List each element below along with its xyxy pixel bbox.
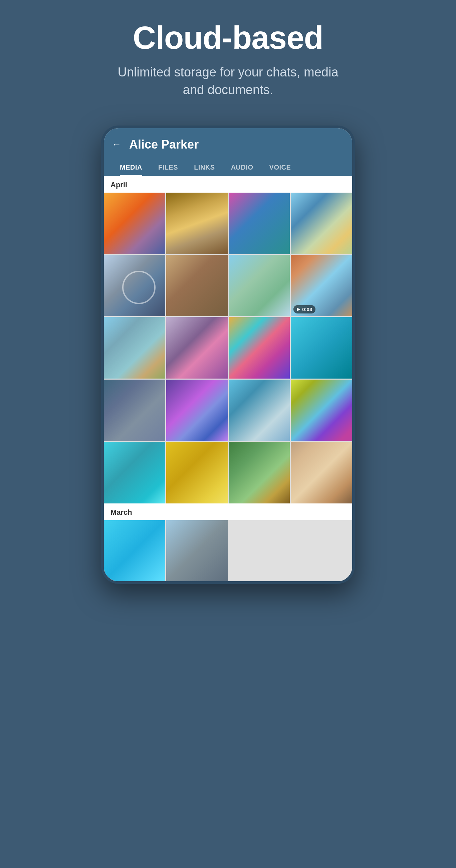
list-item[interactable]	[229, 317, 290, 379]
list-item[interactable]	[104, 520, 165, 582]
month-label-april: April	[104, 176, 352, 193]
phone-mockup: ← Alice Parker MEDIA FILES LINKS AUDIO V…	[101, 126, 355, 584]
list-item[interactable]	[229, 380, 290, 441]
march-photo-grid	[104, 520, 352, 582]
list-item[interactable]	[291, 380, 352, 441]
media-tabs: MEDIA FILES LINKS AUDIO VOICE	[112, 160, 344, 176]
list-item[interactable]	[166, 193, 228, 254]
list-item[interactable]	[229, 255, 290, 316]
tab-voice[interactable]: VOICE	[262, 160, 299, 176]
content-area: April	[104, 176, 352, 582]
back-button[interactable]: ←	[112, 139, 121, 150]
list-item[interactable]	[166, 380, 228, 441]
tab-media[interactable]: MEDIA	[112, 160, 150, 176]
list-item[interactable]	[166, 442, 228, 503]
list-item[interactable]	[104, 255, 165, 316]
list-item[interactable]	[229, 442, 290, 503]
chat-name: Alice Parker	[129, 137, 199, 152]
list-item[interactable]: 0:03	[291, 255, 352, 316]
hero-subtitle: Unlimited storage for your chats, media …	[111, 63, 345, 99]
list-item[interactable]	[104, 317, 165, 379]
play-icon	[297, 307, 300, 311]
list-item[interactable]	[291, 442, 352, 503]
list-item[interactable]	[104, 442, 165, 503]
video-duration-badge: 0:03	[294, 305, 315, 313]
list-item[interactable]	[166, 520, 228, 582]
month-label-march: March	[104, 503, 352, 520]
list-item[interactable]	[104, 380, 165, 441]
list-item[interactable]	[104, 193, 165, 254]
tab-files[interactable]: FILES	[150, 160, 186, 176]
list-item[interactable]	[166, 255, 228, 316]
list-item[interactable]	[291, 317, 352, 379]
tab-links[interactable]: LINKS	[186, 160, 223, 176]
list-item[interactable]	[166, 317, 228, 379]
phone-screen: ← Alice Parker MEDIA FILES LINKS AUDIO V…	[104, 128, 352, 582]
list-item[interactable]	[229, 193, 290, 254]
tab-audio[interactable]: AUDIO	[223, 160, 262, 176]
hero-title: Cloud-based	[133, 20, 323, 55]
list-item[interactable]	[291, 193, 352, 254]
april-photo-grid: 0:03	[104, 193, 352, 503]
app-header: ← Alice Parker MEDIA FILES LINKS AUDIO V…	[104, 128, 352, 176]
